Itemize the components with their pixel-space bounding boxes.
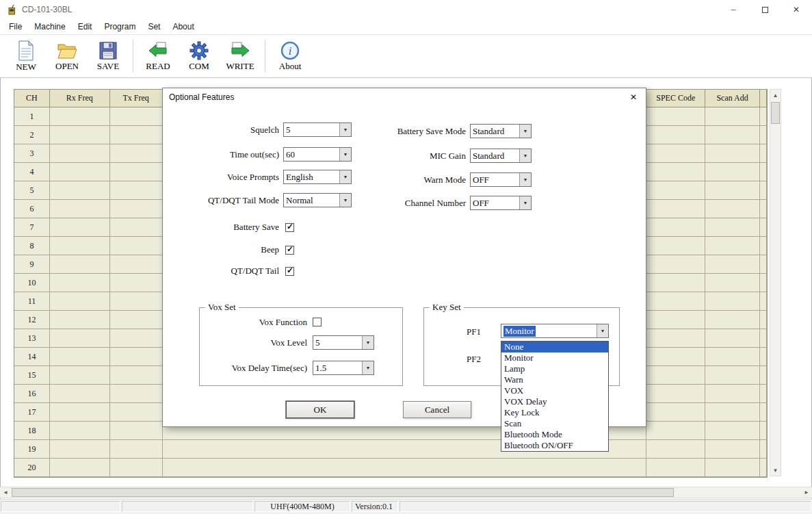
table-cell[interactable] <box>110 144 163 163</box>
table-cell[interactable] <box>705 422 760 440</box>
table-cell[interactable] <box>760 329 767 348</box>
chevron-down-icon[interactable] <box>362 336 374 349</box>
table-cell[interactable] <box>646 255 705 274</box>
vox-level-combo[interactable]: 5 <box>313 335 374 350</box>
menu-machine[interactable]: Machine <box>28 20 71 34</box>
table-cell[interactable] <box>646 144 705 163</box>
table-cell[interactable] <box>646 459 705 477</box>
table-cell[interactable] <box>705 181 760 200</box>
dropdown-option[interactable]: Lamp <box>501 363 608 374</box>
table-cell[interactable] <box>50 292 110 311</box>
table-cell[interactable] <box>760 144 767 163</box>
open-button[interactable]: OPEN <box>47 36 88 76</box>
table-cell[interactable] <box>110 459 163 477</box>
write-button[interactable]: WRITE <box>220 36 261 76</box>
table-cell[interactable] <box>760 218 767 237</box>
new-button[interactable]: NEW <box>5 36 47 76</box>
table-cell[interactable] <box>110 107 163 126</box>
pf1-combo[interactable]: Monitor <box>501 324 609 338</box>
table-cell[interactable] <box>646 348 705 366</box>
vox-delay-combo[interactable]: 1.5 <box>313 361 374 375</box>
dropdown-option[interactable]: Monitor <box>501 352 608 363</box>
channel-number-cell[interactable]: 10 <box>14 274 50 292</box>
table-cell[interactable] <box>646 126 705 144</box>
chevron-down-icon[interactable] <box>519 196 531 209</box>
table-cell[interactable] <box>760 403 767 422</box>
channel-number-cell[interactable]: 15 <box>14 366 50 385</box>
table-row[interactable]: 19 <box>14 440 767 459</box>
chevron-down-icon[interactable] <box>519 125 531 138</box>
table-cell[interactable] <box>760 422 767 440</box>
dropdown-option[interactable]: Bluetooth ON/OFF <box>501 440 608 451</box>
battery-save-mode-combo[interactable]: Standard <box>470 124 532 138</box>
dropdown-option[interactable]: Scan <box>501 418 608 429</box>
vertical-scrollbar[interactable] <box>770 89 781 476</box>
table-cell[interactable] <box>760 255 767 274</box>
table-cell[interactable] <box>760 292 767 311</box>
table-cell[interactable] <box>110 311 163 329</box>
table-cell[interactable] <box>646 237 705 255</box>
table-cell[interactable] <box>50 440 110 459</box>
table-cell[interactable] <box>110 200 163 218</box>
dropdown-option[interactable]: Bluetooth Mode <box>501 429 608 440</box>
table-cell[interactable] <box>760 163 767 181</box>
table-cell[interactable] <box>760 200 767 218</box>
table-cell[interactable] <box>705 440 760 459</box>
dialog-titlebar[interactable]: Optional Features <box>163 88 646 106</box>
dropdown-option[interactable]: VOX <box>501 385 608 396</box>
chevron-down-icon[interactable] <box>339 194 351 207</box>
table-cell[interactable] <box>646 292 705 311</box>
table-cell[interactable] <box>646 311 705 329</box>
table-cell[interactable] <box>705 255 760 274</box>
table-cell[interactable] <box>50 366 110 385</box>
table-cell[interactable] <box>705 126 760 144</box>
table-cell[interactable] <box>705 459 760 477</box>
table-cell[interactable] <box>760 237 767 255</box>
vox-function-checkbox[interactable] <box>313 318 322 326</box>
table-cell[interactable] <box>50 218 110 237</box>
minimize-button[interactable] <box>718 0 749 19</box>
channel-number-combo[interactable]: OFF <box>470 196 532 210</box>
table-cell[interactable] <box>110 366 163 385</box>
table-cell[interactable] <box>760 366 767 385</box>
table-cell[interactable] <box>760 440 767 459</box>
dropdown-option[interactable]: Warn <box>501 374 608 385</box>
table-cell[interactable] <box>50 144 110 163</box>
table-cell[interactable] <box>705 403 760 422</box>
voice-prompts-combo[interactable]: English <box>283 170 352 184</box>
table-cell[interactable] <box>705 218 760 237</box>
table-cell[interactable] <box>110 181 163 200</box>
table-cell[interactable] <box>646 329 705 348</box>
table-cell[interactable] <box>50 422 110 440</box>
dropdown-option[interactable]: VOX Delay <box>501 396 608 407</box>
channel-number-cell[interactable]: 7 <box>14 218 50 237</box>
table-cell[interactable] <box>760 311 767 329</box>
channel-number-cell[interactable]: 17 <box>14 403 50 422</box>
table-cell[interactable] <box>110 440 163 459</box>
window-titlebar[interactable]: CD-101-30BL <box>0 0 812 19</box>
read-button[interactable]: READ <box>137 36 179 76</box>
scroll-down-icon[interactable] <box>770 465 781 476</box>
table-cell[interactable] <box>50 181 110 200</box>
chevron-down-icon[interactable] <box>519 149 531 162</box>
table-cell[interactable] <box>705 274 760 292</box>
table-cell[interactable] <box>50 126 110 144</box>
table-cell[interactable] <box>646 200 705 218</box>
table-cell[interactable] <box>760 385 767 403</box>
table-cell[interactable] <box>646 422 705 440</box>
table-row[interactable]: 20 <box>14 459 767 477</box>
table-cell[interactable] <box>705 292 760 311</box>
channel-number-cell[interactable]: 20 <box>14 459 50 477</box>
table-cell[interactable] <box>50 459 110 477</box>
chevron-down-icon[interactable] <box>597 324 608 337</box>
scroll-left-icon[interactable] <box>0 487 11 498</box>
chevron-down-icon[interactable] <box>339 170 351 183</box>
channel-number-cell[interactable]: 16 <box>14 385 50 403</box>
channel-number-cell[interactable]: 13 <box>14 329 50 348</box>
table-cell[interactable] <box>50 237 110 255</box>
chevron-down-icon[interactable] <box>362 361 374 374</box>
channel-number-cell[interactable]: 12 <box>14 311 50 329</box>
qt-dqt-tail-mode-combo[interactable]: Normal <box>283 193 352 207</box>
chevron-down-icon[interactable] <box>339 148 351 161</box>
table-cell[interactable] <box>110 255 163 274</box>
